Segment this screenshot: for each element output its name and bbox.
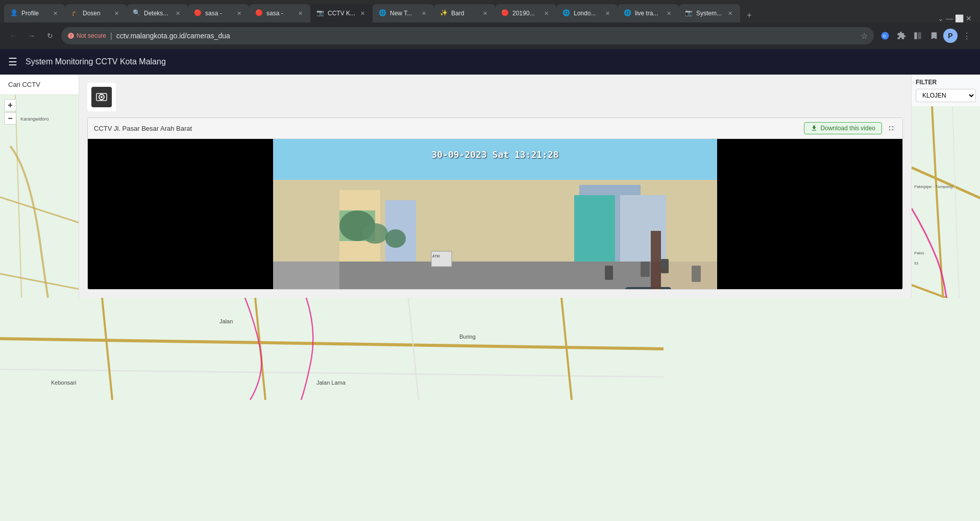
- tab-profile[interactable]: 👤 Profile ✕: [4, 4, 65, 22]
- svg-text:ATM: ATM: [432, 254, 439, 258]
- tab-close-20190[interactable]: ✕: [542, 9, 550, 17]
- svg-rect-37: [625, 287, 671, 290]
- new-tab-button[interactable]: +: [742, 8, 756, 22]
- map-area-left[interactable]: + − Karangwidoro: [0, 95, 79, 298]
- google-icon[interactable]: G: [878, 29, 892, 43]
- tab-system[interactable]: 📷 System... ✕: [679, 4, 740, 22]
- tab-favicon-cctv: 📷: [316, 9, 325, 17]
- left-sidebar: Cari CCTV + −: [0, 75, 79, 298]
- svg-rect-2: [914, 32, 917, 39]
- tab-favicon-bard: ✨: [440, 9, 448, 17]
- tab-close-livetraf[interactable]: ✕: [665, 9, 673, 17]
- tab-sasa1[interactable]: 🔴 sasa - ✕: [188, 4, 249, 22]
- tab-label-deteks: Deteks...: [144, 10, 170, 17]
- filter-select[interactable]: KLOJEN BLIMBING KEDUNGKANDANG SUKUN LOWO…: [916, 89, 976, 102]
- tab-close-profile[interactable]: ✕: [51, 9, 59, 17]
- right-map-svg: Pakisjajar - Tumpang Pakis 93 berkradena…: [912, 106, 980, 298]
- hamburger-menu[interactable]: ☰: [8, 56, 17, 68]
- svg-rect-52: [605, 266, 613, 280]
- browser-chrome: 👤 Profile ✕ 🎓 Dosen ✕ 🔍 Deteks... ✕ 🔴 sa…: [0, 0, 980, 49]
- download-button[interactable]: Download this video: [804, 122, 882, 134]
- svg-text:93: 93: [914, 262, 918, 265]
- fullscreen-button[interactable]: [886, 123, 896, 133]
- svg-text:Jalan: Jalan: [219, 318, 233, 324]
- tab-favicon-system: 📷: [685, 9, 693, 17]
- center-content: CCTV Jl. Pasar Besar Arah Barat Download…: [79, 75, 911, 298]
- tab-close-newt[interactable]: ✕: [420, 9, 428, 17]
- tab-newt[interactable]: 🌐 New T... ✕: [373, 4, 434, 22]
- tab-label-bard: Bard: [451, 10, 478, 17]
- svg-point-19: [385, 229, 406, 248]
- map-svg: Karangwidoro: [0, 95, 79, 298]
- tab-livetraf[interactable]: 🌐 live tra... ✕: [618, 4, 679, 22]
- close-window-icon[interactable]: ✕: [966, 14, 972, 22]
- search-cctv-button[interactable]: Cari CCTV: [0, 75, 79, 95]
- svg-rect-22: [574, 195, 615, 262]
- bookmark-icon[interactable]: [927, 29, 941, 43]
- tab-close-dosen[interactable]: ✕: [112, 9, 120, 17]
- street-scene-svg: ATM: [88, 139, 902, 290]
- black-panel-right: [841, 139, 902, 290]
- menu-button[interactable]: ⋮: [960, 29, 974, 43]
- svg-rect-54: [431, 251, 452, 267]
- tab-label-cctv: CCTV K...: [328, 10, 355, 17]
- tab-cctv[interactable]: 📷 CCTV K... ✕: [310, 4, 373, 22]
- url-bar[interactable]: Not secure | cctv.malangkota.go.id/camer…: [61, 27, 874, 44]
- tab-deteks[interactable]: 🔍 Deteks... ✕: [127, 4, 188, 22]
- bottom-map-area: Kebonsari Jalan Jalan Lama Buring: [0, 298, 980, 521]
- tab-search-icon[interactable]: ⌄: [938, 14, 944, 22]
- reload-button[interactable]: ↻: [43, 29, 57, 43]
- svg-text:Pakis: Pakis: [914, 251, 924, 255]
- tab-favicon-newt: 🌐: [379, 9, 387, 17]
- zoom-in-button[interactable]: +: [4, 99, 16, 111]
- tab-label-sasa1: sasa -: [205, 10, 232, 17]
- bottom-map-svg: Kebonsari Jalan Jalan Lama Buring: [0, 298, 664, 400]
- tab-close-deteks[interactable]: ✕: [174, 9, 182, 17]
- tab-london[interactable]: 🌐 Londo... ✕: [556, 4, 618, 22]
- svg-rect-51: [692, 266, 701, 282]
- sidebar-toggle-icon[interactable]: [911, 29, 925, 43]
- app-title: System Monitoring CCTV Kota Malang: [26, 57, 166, 66]
- svg-text:Kebonsari: Kebonsari: [51, 380, 77, 386]
- back-button[interactable]: ←: [6, 29, 20, 43]
- tab-bard[interactable]: ✨ Bard ✕: [434, 4, 495, 22]
- url-text: cctv.malangkota.go.id/cameras_dua: [116, 32, 856, 40]
- forward-button[interactable]: →: [24, 29, 39, 43]
- svg-rect-49: [641, 262, 650, 277]
- tab-label-20190: 20190...: [512, 10, 539, 17]
- tab-close-london[interactable]: ✕: [603, 9, 611, 17]
- svg-rect-53: [651, 231, 661, 290]
- svg-point-7: [101, 96, 103, 98]
- svg-rect-56: [912, 106, 980, 298]
- tab-label-sasa2: sasa -: [266, 10, 293, 17]
- cctv-video: ATM 30-09-2023 Sat 13:21:28 DISKOMINFO K…: [88, 139, 902, 290]
- map-area-right[interactable]: Pakisjajar - Tumpang Pakis 93 berkradena…: [912, 106, 980, 298]
- profile-button[interactable]: P: [943, 29, 958, 43]
- svg-rect-3: [918, 32, 921, 39]
- camera-icon-area: [87, 83, 116, 111]
- tab-favicon-sasa2: 🔴: [255, 9, 263, 17]
- tab-sasa2[interactable]: 🔴 sasa - ✕: [249, 4, 310, 22]
- tab-favicon-livetraf: 🌐: [624, 9, 632, 17]
- tab-close-system[interactable]: ✕: [726, 9, 734, 17]
- tab-20190[interactable]: 🔴 20190... ✕: [495, 4, 556, 22]
- minimize-icon[interactable]: —: [946, 14, 953, 22]
- svg-text:Karangwidoro: Karangwidoro: [20, 116, 49, 122]
- tab-close-sasa2[interactable]: ✕: [296, 9, 304, 17]
- address-bar: ← → ↻ Not secure | cctv.malangkota.go.id…: [0, 22, 980, 49]
- tab-label-system: System...: [696, 10, 723, 17]
- tab-label-newt: New T...: [390, 10, 416, 17]
- tab-close-cctv[interactable]: ✕: [358, 9, 366, 17]
- app-container: ☰ System Monitoring CCTV Kota Malang Car…: [0, 49, 980, 521]
- tab-close-sasa1[interactable]: ✕: [235, 9, 243, 17]
- maximize-icon[interactable]: ⬜: [955, 14, 964, 22]
- svg-rect-50: [661, 259, 669, 273]
- tab-dosen[interactable]: 🎓 Dosen ✕: [65, 4, 127, 22]
- star-icon[interactable]: ☆: [861, 31, 868, 41]
- tab-favicon-profile: 👤: [10, 9, 18, 17]
- svg-text:Buring: Buring: [459, 334, 476, 340]
- tab-close-bard[interactable]: ✕: [481, 9, 489, 17]
- zoom-out-button[interactable]: −: [4, 112, 16, 125]
- extensions-icon[interactable]: [894, 29, 909, 43]
- tab-favicon-deteks: 🔍: [133, 9, 141, 17]
